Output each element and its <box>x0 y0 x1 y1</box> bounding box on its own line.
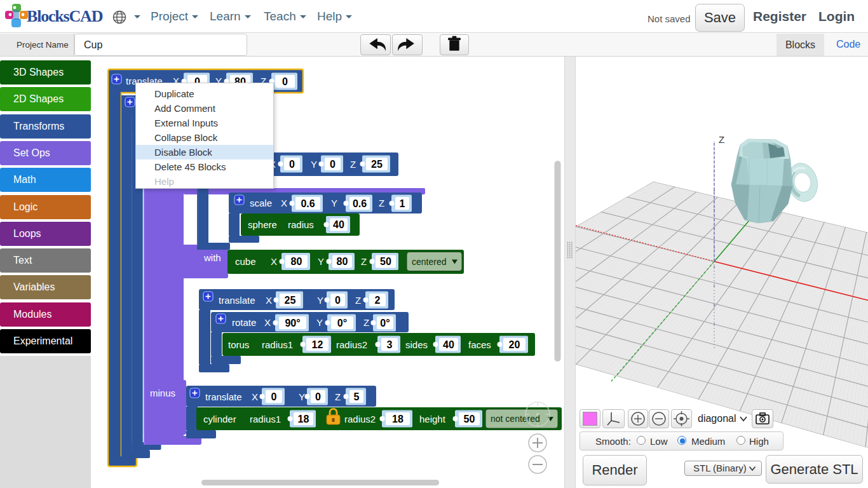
svg-text:radius: radius <box>288 219 314 230</box>
svg-text:0.6: 0.6 <box>353 198 367 209</box>
svg-text:with: with <box>203 252 221 263</box>
svg-text:Z: Z <box>379 198 384 208</box>
svg-text:X: X <box>281 198 287 208</box>
svg-text:0: 0 <box>315 391 321 402</box>
svg-text:centered: centered <box>412 257 446 267</box>
svg-text:rotate: rotate <box>232 317 256 328</box>
svg-text:cube: cube <box>235 256 256 267</box>
svg-text:minus: minus <box>150 388 175 398</box>
svg-text:0: 0 <box>330 159 336 170</box>
svg-text:50: 50 <box>464 414 475 424</box>
svg-text:Y: Y <box>311 159 317 170</box>
svg-text:0: 0 <box>289 159 295 170</box>
svg-text:12: 12 <box>312 339 323 350</box>
svg-text:Z: Z <box>719 134 724 145</box>
svg-text:translate: translate <box>205 391 242 402</box>
svg-text:radius1: radius1 <box>250 414 281 424</box>
svg-text:5: 5 <box>354 391 360 402</box>
svg-text:18: 18 <box>298 414 309 424</box>
svg-text:Z: Z <box>363 317 369 328</box>
svg-text:20: 20 <box>509 339 520 350</box>
svg-text:3: 3 <box>387 339 393 350</box>
svg-text:not centered: not centered <box>491 414 540 424</box>
svg-text:0: 0 <box>282 76 288 87</box>
svg-text:25: 25 <box>371 159 383 170</box>
svg-text:0: 0 <box>335 295 341 306</box>
svg-text:2: 2 <box>375 295 381 306</box>
svg-text:Y: Y <box>318 256 324 267</box>
svg-text:25: 25 <box>285 295 296 306</box>
svg-text:0°: 0° <box>380 318 390 329</box>
svg-text:Y: Y <box>331 198 337 208</box>
svg-text:90°: 90° <box>285 318 300 329</box>
svg-text:sides: sides <box>405 339 428 350</box>
svg-text:Z: Z <box>335 391 341 402</box>
svg-text:Z: Z <box>361 256 367 267</box>
svg-text:40: 40 <box>443 339 454 350</box>
svg-text:0.6: 0.6 <box>301 198 315 209</box>
svg-text:50: 50 <box>380 256 391 267</box>
svg-text:X: X <box>264 317 271 328</box>
svg-text:0°: 0° <box>337 318 347 329</box>
svg-text:cylinder: cylinder <box>203 414 236 424</box>
svg-text:80: 80 <box>337 256 348 267</box>
svg-text:18: 18 <box>392 414 403 424</box>
svg-text:Y: Y <box>317 295 323 306</box>
svg-text:X: X <box>252 391 258 402</box>
svg-text:Y: Y <box>299 391 305 402</box>
svg-text:torus: torus <box>228 339 249 350</box>
svg-text:radius2: radius2 <box>344 414 376 424</box>
svg-text:Z: Z <box>355 295 361 306</box>
svg-text:1: 1 <box>400 198 405 209</box>
svg-text:Z: Z <box>350 159 356 170</box>
svg-text:scale: scale <box>250 198 272 208</box>
svg-text:height: height <box>419 414 446 424</box>
svg-text:80: 80 <box>291 256 302 267</box>
svg-text:sphere: sphere <box>248 219 277 230</box>
svg-text:X: X <box>271 256 277 267</box>
svg-text:radius2: radius2 <box>336 339 367 350</box>
svg-text:radius1: radius1 <box>262 339 293 350</box>
svg-text:Y: Y <box>316 317 323 328</box>
svg-text:faces: faces <box>468 339 491 350</box>
svg-text:X: X <box>266 295 272 306</box>
svg-text:0: 0 <box>271 391 277 402</box>
svg-text:translate: translate <box>219 295 255 306</box>
svg-text:40: 40 <box>333 219 344 230</box>
